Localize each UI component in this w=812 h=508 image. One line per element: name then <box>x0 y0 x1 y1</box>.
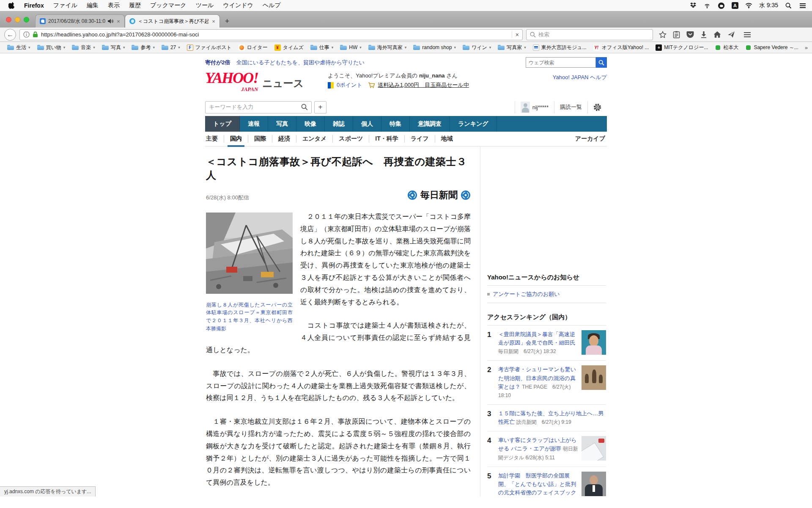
nav-survey[interactable]: 意識調査 <box>410 116 450 132</box>
publisher-logo[interactable]: 毎日新聞 <box>407 189 471 202</box>
nav-feature[interactable]: 特集 <box>381 116 410 132</box>
nav-video[interactable]: 映像 <box>296 116 325 132</box>
notice-link[interactable]: アンケートご協力のお願い <box>493 290 560 298</box>
bookmark-folder[interactable]: 買い物▾ <box>34 44 69 51</box>
keyword-search-input[interactable]: キーワードを入力 <box>205 101 312 113</box>
back-button[interactable]: ← <box>4 29 16 41</box>
add-search-tab-button[interactable]: + <box>314 101 326 113</box>
bookmark-item[interactable]: ロイター <box>236 44 271 51</box>
promo-link[interactable]: 全国にいる子どもたちを、貧困や虐待から守りたい <box>236 59 365 66</box>
menu-file[interactable]: ファイル <box>49 2 82 9</box>
ranking-item[interactable]: 2 考古学者・シュリーマンも驚いた明治期、日本庶民の混浴の真実とは？ THE P… <box>487 361 606 405</box>
promo-badge[interactable]: 寄付が2倍 <box>205 59 230 66</box>
wifi-icon[interactable] <box>745 2 752 9</box>
menubar-clock[interactable]: 水 9:35 <box>759 2 778 9</box>
signal-icon[interactable] <box>704 2 711 9</box>
menu-hamburger-icon[interactable] <box>743 32 751 38</box>
tab-close-icon[interactable]: × <box>211 18 215 25</box>
subnav-economy[interactable]: 経済 <box>272 135 296 143</box>
creative-cloud-icon[interactable] <box>718 2 725 9</box>
tab-close-icon[interactable]: × <box>116 18 120 25</box>
bookmark-item[interactable]: Y!オフィス版Yahoo! ... <box>590 44 652 51</box>
dropbox-icon[interactable] <box>690 2 697 9</box>
subnav-major[interactable]: 主要 <box>205 135 224 143</box>
ranking-link[interactable]: ＜豊田衆院議員＞暴言「高速逆走が原因」会見で自民・細田氏 <box>498 331 576 346</box>
bookmark-item[interactable]: Fファイルポスト <box>184 44 235 51</box>
ranking-item[interactable]: 3 １５階に落ちた後、立ち上がり地上へ…男性死亡 読売新聞 6/27(火) 9:… <box>487 405 606 431</box>
ranking-item[interactable]: 4 車いす客にタラップはい上がらせる バニラ・エアが謝罪 朝日新聞デジタル 6/… <box>487 431 606 467</box>
notice-link-row[interactable]: アンケートご協力のお願い <box>487 286 606 303</box>
menu-view[interactable]: 表示 <box>103 2 124 9</box>
bookmarks-overflow-icon[interactable]: » <box>802 44 810 51</box>
menu-window[interactable]: ウインドウ <box>218 2 258 9</box>
tab-radiko[interactable]: 2017/06/28/水 08:30-11:0 × <box>35 14 125 28</box>
bookmark-item[interactable]: 松本大 <box>712 44 741 51</box>
stop-loading-icon[interactable]: × <box>512 31 519 38</box>
yahoo-news-logo[interactable]: YAHOO! JAPAN ニュース <box>205 72 304 93</box>
sale-link[interactable]: 送料込み1,000円 目玉商品セール中 <box>378 81 469 89</box>
bookmark-item[interactable]: Sapere Vedere ～... <box>742 44 801 51</box>
tab-article-active[interactable]: ＜コストコ崩落事故＞再び不起 × <box>125 14 220 28</box>
downloads-icon[interactable] <box>700 31 707 38</box>
ranking-item[interactable]: 1 ＜豊田衆院議員＞暴言「高速逆走が原因」会見で自民・細田氏 毎日新聞 6/27… <box>487 326 606 361</box>
search-icon[interactable] <box>301 104 308 110</box>
ranking-link[interactable]: 加計学園 獣医学部の全国展開、「とんでもない話」と批判の元文科省僚のフェイスブッ… <box>498 472 576 497</box>
url-bar[interactable]: https://headlines.yahoo.co.jp/hl?a=20170… <box>19 29 523 40</box>
nav-flash[interactable]: 速報 <box>240 116 268 132</box>
subnav-it-science[interactable]: IT・科学 <box>369 135 404 143</box>
window-close-button[interactable] <box>6 17 11 22</box>
nav-top[interactable]: トップ <box>205 116 240 132</box>
home-icon[interactable] <box>713 31 721 38</box>
bookmark-folder[interactable]: 写真▾ <box>99 44 128 51</box>
ranking-item[interactable]: 5 加計学園 獣医学部の全国展開、「とんでもない話」と批判の元文科省僚のフェイス… <box>487 467 606 497</box>
menu-history[interactable]: 履歴 <box>124 2 145 9</box>
bookmark-item[interactable]: ¥タイムズ <box>272 44 307 51</box>
tab-audio-icon[interactable] <box>108 19 113 24</box>
subnav-region[interactable]: 地域 <box>435 135 459 143</box>
share-icon[interactable] <box>727 31 735 38</box>
points-link[interactable]: 0ポイント <box>337 81 362 89</box>
nav-magazine[interactable]: 雑誌 <box>325 116 353 132</box>
web-search-input[interactable] <box>526 57 596 68</box>
bookmark-folder[interactable]: HW▾ <box>337 44 365 50</box>
archive-link[interactable]: アーカイブ <box>575 135 607 143</box>
apple-icon[interactable] <box>8 2 14 9</box>
subnav-domestic[interactable]: 国内 <box>224 135 248 143</box>
subscriptions-link[interactable]: 購読一覧 <box>554 101 587 113</box>
bookmark-folder[interactable]: 仕事▾ <box>307 44 337 51</box>
menu-help[interactable]: ヘルプ <box>258 2 285 9</box>
spotlight-icon[interactable] <box>785 2 792 9</box>
bookmark-folder[interactable]: random shop▾ <box>410 44 459 50</box>
menu-tools[interactable]: ツール <box>191 2 219 9</box>
menu-bookmarks[interactable]: ブックマーク <box>145 2 191 9</box>
menu-firefox[interactable]: Firefox <box>19 2 49 9</box>
bookmark-folder[interactable]: 写真家▾ <box>495 44 529 51</box>
window-zoom-button[interactable] <box>24 17 29 22</box>
pocket-icon[interactable] <box>686 31 694 38</box>
bookmark-item[interactable]: 東外大言語モジュ... <box>530 44 590 51</box>
bookmark-folder[interactable]: 海外写真家▾ <box>365 44 410 51</box>
alfred-icon[interactable]: A <box>732 2 738 9</box>
bookmark-folder[interactable]: 27▾ <box>159 44 183 50</box>
menu-edit[interactable]: 編集 <box>82 2 103 9</box>
bookmark-folder[interactable]: 音楽▾ <box>69 44 98 51</box>
new-tab-button[interactable]: + <box>220 17 235 28</box>
subnav-sports[interactable]: スポーツ <box>333 135 369 143</box>
bookmark-folder[interactable]: 参考▾ <box>129 44 158 51</box>
photo-caption-link[interactable]: 崩落し８人が死傷したスーパーの立体駐車場のスロープ＝東京都町田市で２０１１年３月… <box>206 301 293 332</box>
settings-gear-icon[interactable] <box>587 101 607 113</box>
web-search-button[interactable] <box>596 57 607 68</box>
window-minimize-button[interactable] <box>15 17 20 22</box>
url-text[interactable]: https://headlines.yahoo.co.jp/hl?a=20170… <box>41 31 509 38</box>
bookmarks-sidebar-icon[interactable] <box>673 31 680 39</box>
header-help-links[interactable]: Yahoo! JAPAN ヘルプ <box>553 74 607 81</box>
subnav-entertainment[interactable]: エンタメ <box>296 135 333 143</box>
page-info-icon[interactable] <box>23 31 30 38</box>
nav-personal[interactable]: 個人 <box>353 116 381 132</box>
bookmark-star-icon[interactable] <box>659 31 667 39</box>
bookmark-folder[interactable]: 生活▾ <box>4 44 33 51</box>
notification-center-icon[interactable] <box>799 2 806 9</box>
bookmark-item[interactable]: +MITテクノロジー... <box>653 44 711 51</box>
subnav-world[interactable]: 国際 <box>248 135 272 143</box>
user-account[interactable]: nij***** <box>515 101 554 113</box>
